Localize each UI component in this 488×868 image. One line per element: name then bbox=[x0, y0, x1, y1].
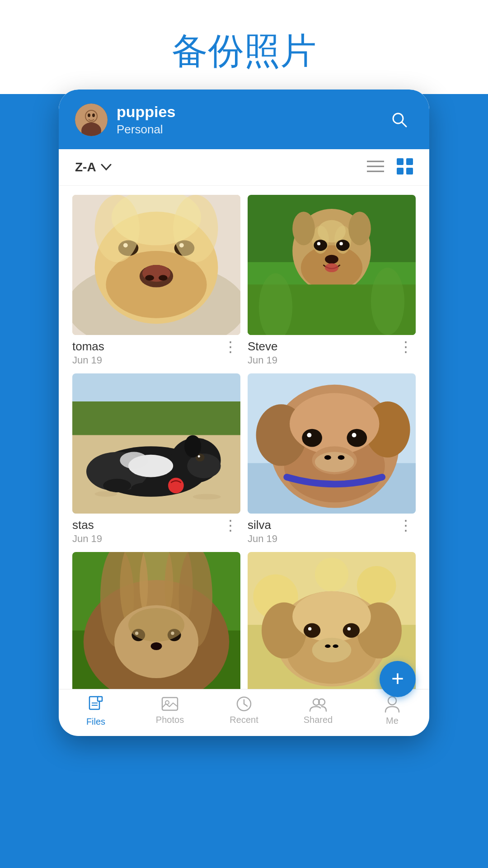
more-options-button[interactable]: ⋮ bbox=[221, 340, 240, 354]
shared-icon bbox=[309, 696, 327, 712]
svg-point-5 bbox=[92, 113, 95, 117]
file-name: Steve bbox=[248, 340, 278, 354]
file-meta: tomas Jun 19 ⋮ bbox=[72, 340, 240, 366]
list-item: silva Jun 19 ⋮ bbox=[248, 373, 416, 545]
svg-point-29 bbox=[159, 275, 168, 280]
svg-point-100 bbox=[315, 557, 348, 591]
svg-rect-115 bbox=[98, 697, 102, 701]
svg-point-113 bbox=[333, 645, 338, 648]
file-date: Jun 19 bbox=[72, 533, 102, 545]
svg-point-56 bbox=[120, 452, 148, 469]
list-icon bbox=[367, 160, 384, 173]
file-date: Jun 19 bbox=[72, 354, 104, 366]
svg-point-60 bbox=[198, 455, 200, 458]
svg-rect-50 bbox=[72, 401, 240, 435]
svg-point-80 bbox=[338, 455, 345, 460]
svg-point-125 bbox=[388, 697, 396, 705]
nav-label-recent: Recent bbox=[230, 715, 258, 725]
file-meta: Steve Jun 19 ⋮ bbox=[248, 340, 416, 366]
sort-label: Z-A bbox=[75, 160, 96, 175]
file-name: tomas bbox=[72, 340, 104, 354]
app-header: puppies Personal bbox=[59, 90, 429, 149]
svg-point-44 bbox=[325, 263, 338, 272]
add-icon: + bbox=[391, 668, 404, 689]
file-thumbnail-yorkie[interactable] bbox=[72, 552, 240, 689]
nav-label-photos: Photos bbox=[156, 715, 184, 725]
nav-label-files: Files bbox=[86, 717, 105, 727]
svg-line-122 bbox=[244, 704, 247, 706]
chevron-down-icon bbox=[101, 164, 112, 171]
more-options-button[interactable]: ⋮ bbox=[396, 518, 416, 533]
svg-point-39 bbox=[314, 240, 327, 251]
bottom-navigation: Files Photos Recent bbox=[59, 689, 429, 736]
svg-point-61 bbox=[184, 435, 201, 458]
file-icon bbox=[88, 696, 104, 714]
svg-line-7 bbox=[402, 122, 406, 127]
file-thumbnail-silva[interactable] bbox=[248, 373, 416, 514]
svg-rect-12 bbox=[406, 158, 413, 165]
svg-point-73 bbox=[347, 429, 367, 447]
svg-point-40 bbox=[336, 240, 350, 251]
view-controls bbox=[367, 158, 413, 176]
toolbar: Z-A bbox=[59, 149, 429, 186]
person-icon bbox=[385, 696, 400, 713]
list-item: Steve Jun 19 ⋮ bbox=[248, 195, 416, 366]
svg-point-58 bbox=[131, 483, 159, 494]
svg-point-105 bbox=[292, 591, 371, 642]
list-item: stas Jun 19 ⋮ bbox=[72, 373, 240, 545]
nav-label-shared: Shared bbox=[304, 715, 333, 725]
nav-item-photos[interactable]: Photos bbox=[133, 696, 207, 727]
file-thumbnail-steve[interactable] bbox=[248, 195, 416, 335]
file-thumbnail-tomas[interactable] bbox=[72, 195, 240, 335]
photo-icon bbox=[161, 696, 178, 712]
svg-rect-14 bbox=[406, 168, 413, 175]
add-button[interactable]: + bbox=[380, 661, 416, 697]
sort-control[interactable]: Z-A bbox=[75, 160, 112, 175]
svg-rect-11 bbox=[397, 158, 404, 165]
more-options-button[interactable]: ⋮ bbox=[221, 518, 240, 533]
svg-point-79 bbox=[324, 455, 331, 460]
grid-icon bbox=[397, 158, 413, 175]
svg-point-107 bbox=[343, 623, 360, 637]
page-title: 备份照片 bbox=[0, 27, 488, 76]
nav-item-files[interactable]: Files bbox=[59, 696, 133, 727]
file-meta: stas Jun 19 ⋮ bbox=[72, 518, 240, 545]
svg-point-28 bbox=[145, 275, 154, 280]
file-meta: silva Jun 19 ⋮ bbox=[248, 518, 416, 545]
nav-item-shared[interactable]: Shared bbox=[281, 696, 355, 727]
svg-point-94 bbox=[151, 642, 162, 650]
svg-point-112 bbox=[325, 645, 330, 648]
grid-view-button[interactable] bbox=[397, 158, 413, 176]
file-info: Steve Jun 19 bbox=[248, 340, 278, 366]
svg-rect-118 bbox=[162, 698, 178, 710]
svg-rect-13 bbox=[397, 168, 404, 175]
svg-point-43 bbox=[325, 255, 338, 264]
list-item bbox=[72, 552, 240, 689]
avatar-image bbox=[75, 104, 108, 136]
svg-point-108 bbox=[308, 627, 311, 630]
svg-point-106 bbox=[304, 623, 320, 637]
files-grid: tomas Jun 19 ⋮ bbox=[59, 186, 429, 689]
svg-point-62 bbox=[168, 478, 184, 494]
svg-point-64 bbox=[193, 494, 221, 500]
file-name: silva bbox=[248, 518, 277, 532]
nav-item-recent[interactable]: Recent bbox=[207, 696, 281, 727]
file-date: Jun 19 bbox=[248, 354, 278, 366]
list-item: tomas Jun 19 ⋮ bbox=[72, 195, 240, 366]
avatar bbox=[75, 104, 108, 136]
svg-point-95 bbox=[128, 608, 184, 642]
file-name: stas bbox=[72, 518, 102, 532]
svg-point-74 bbox=[307, 433, 311, 437]
list-view-button[interactable] bbox=[367, 160, 384, 175]
svg-point-36 bbox=[318, 220, 346, 243]
svg-point-4 bbox=[88, 113, 90, 117]
svg-point-72 bbox=[302, 429, 322, 447]
album-type: Personal bbox=[117, 123, 377, 137]
nav-item-me[interactable]: Me bbox=[355, 696, 429, 727]
file-thumbnail-stas[interactable] bbox=[72, 373, 240, 514]
more-options-button[interactable]: ⋮ bbox=[396, 340, 416, 354]
search-button[interactable] bbox=[386, 106, 413, 133]
svg-point-75 bbox=[352, 433, 357, 437]
svg-point-47 bbox=[371, 268, 404, 335]
svg-point-41 bbox=[317, 242, 320, 245]
